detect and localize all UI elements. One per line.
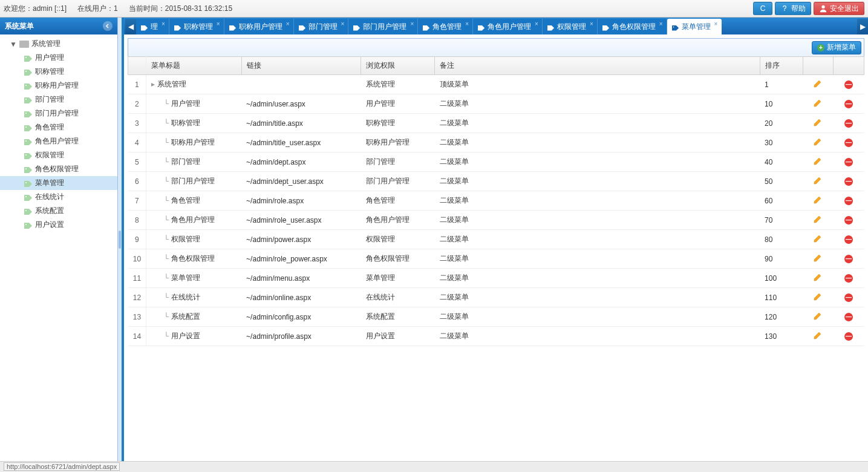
delete-icon[interactable]: — [844, 100, 853, 108]
tree-toggle-icon[interactable]: ▼ [10, 40, 17, 48]
delete-icon[interactable]: — [844, 332, 853, 341]
close-icon[interactable]: × [286, 21, 290, 27]
tab-scroll-left[interactable]: ◀ [125, 19, 136, 34]
table-row[interactable]: 12 └在线统计 ~/admin/online.aspx 在线统计 二级菜单 1… [128, 288, 864, 307]
edit-icon[interactable] [813, 234, 823, 243]
table-row[interactable]: 14 └用户设置 ~/admin/profile.aspx 用户设置 二级菜单 … [128, 327, 864, 346]
delete-icon[interactable]: — [844, 119, 853, 128]
sidebar-item[interactable]: 角色管理 [0, 120, 117, 134]
cell-link: ~/admin/dept.aspx [241, 152, 361, 172]
close-icon[interactable]: × [535, 21, 538, 27]
sidebar-item[interactable]: 角色权限管理 [0, 162, 117, 176]
edit-icon[interactable] [813, 156, 823, 166]
table-row[interactable]: 13 └系统配置 ~/admin/config.aspx 系统配置 二级菜单 1… [128, 307, 864, 327]
cell-title: └部门用户管理 [146, 172, 241, 191]
edit-icon[interactable] [813, 137, 823, 146]
cell-remark: 二级菜单 [435, 230, 760, 249]
sidebar-item[interactable]: 权限管理 [0, 148, 117, 162]
col-title[interactable]: 菜单标题 [146, 57, 241, 75]
edit-icon[interactable] [813, 330, 823, 340]
delete-icon[interactable]: — [844, 255, 853, 263]
sidebar-item[interactable]: 职称用户管理 [0, 79, 117, 93]
tab-label: 权限管理 [557, 22, 586, 32]
tab[interactable]: 角色用户管理× [473, 19, 543, 34]
edit-icon[interactable] [813, 79, 823, 88]
edit-icon[interactable] [813, 272, 823, 282]
delete-icon[interactable]: — [844, 158, 853, 166]
tab[interactable]: 理× [136, 19, 169, 34]
tab[interactable]: 职称用户管理× [224, 19, 294, 34]
table-row[interactable]: 6 └部门用户管理 ~/admin/dept_user.aspx 部门用户管理 … [128, 172, 864, 191]
edit-icon[interactable] [813, 98, 823, 108]
sidebar-item[interactable]: 系统配置 [0, 204, 117, 218]
table-row[interactable]: 2 └用户管理 ~/admin/user.aspx 用户管理 二级菜单 10 — [128, 94, 864, 114]
table-row[interactable]: 7 └角色管理 ~/admin/role.aspx 角色管理 二级菜单 60 — [128, 191, 864, 211]
sidebar-item[interactable]: 角色用户管理 [0, 134, 117, 148]
edit-icon[interactable] [813, 253, 823, 263]
tab[interactable]: 部门管理× [294, 19, 349, 34]
table-row[interactable]: 9 └权限管理 ~/admin/power.aspx 权限管理 二级菜单 80 … [128, 230, 864, 249]
edit-icon[interactable] [813, 311, 823, 321]
tab[interactable]: 菜单管理× [667, 19, 722, 34]
col-sort[interactable]: 排序 [760, 57, 803, 75]
close-icon[interactable]: × [162, 21, 165, 27]
tag-icon [299, 24, 306, 30]
col-perm[interactable]: 浏览权限 [361, 57, 435, 75]
delete-icon[interactable]: — [844, 293, 853, 302]
sidebar-item[interactable]: 用户管理 [0, 51, 117, 65]
refresh-button[interactable]: C [753, 2, 772, 15]
cell-title: ▸系统管理 [146, 75, 241, 94]
tab[interactable]: 角色管理× [418, 19, 473, 34]
edit-icon[interactable] [813, 292, 823, 301]
edit-icon[interactable] [813, 117, 823, 127]
table-row[interactable]: 5 └部门管理 ~/admin/dept.aspx 部门管理 二级菜单 40 — [128, 152, 864, 172]
cell-perm: 职称管理 [361, 114, 435, 133]
delete-icon[interactable]: — [844, 197, 853, 205]
sidebar-item[interactable]: 菜单管理 [0, 176, 117, 190]
delete-icon[interactable]: — [844, 313, 853, 321]
cell-link [241, 75, 361, 94]
tab[interactable]: 部门用户管理× [348, 19, 418, 34]
close-icon[interactable]: × [714, 21, 718, 27]
tab[interactable]: 角色权限管理× [598, 19, 667, 34]
collapse-icon[interactable] [103, 21, 113, 31]
close-icon[interactable]: × [341, 21, 345, 27]
close-icon[interactable]: × [590, 21, 593, 27]
close-icon[interactable]: × [410, 21, 414, 27]
delete-icon[interactable]: — [844, 235, 853, 244]
edit-icon[interactable] [813, 214, 823, 224]
edit-icon[interactable] [813, 175, 823, 185]
delete-icon[interactable]: — [844, 177, 853, 186]
col-link[interactable]: 链接 [241, 57, 361, 75]
table-row[interactable]: 1 ▸系统管理 系统管理 顶级菜单 1 — [128, 75, 864, 94]
delete-icon[interactable]: — [844, 80, 853, 89]
logout-button[interactable]: 安全退出 [814, 2, 864, 15]
table-row[interactable]: 4 └职称用户管理 ~/admin/title_user.aspx 职称用户管理… [128, 133, 864, 152]
table-row[interactable]: 11 └菜单管理 ~/admin/menu.aspx 菜单管理 二级菜单 100… [128, 269, 864, 288]
delete-icon[interactable]: — [844, 274, 853, 283]
tab-scroll-right[interactable]: ▶ [857, 19, 868, 34]
close-icon[interactable]: × [217, 21, 220, 27]
table-row[interactable]: 3 └职称管理 ~/admin/title.aspx 职称管理 二级菜单 20 … [128, 114, 864, 133]
tree-root[interactable]: ▼ 系统管理 [0, 37, 117, 51]
cell-perm: 角色管理 [361, 191, 435, 211]
tab[interactable]: 权限管理× [543, 19, 598, 34]
close-icon[interactable]: × [659, 21, 663, 27]
cell-sort: 60 [760, 191, 803, 211]
sidebar-item[interactable]: 职称管理 [0, 65, 117, 79]
edit-icon[interactable] [813, 195, 823, 205]
add-menu-button[interactable]: + 新增菜单 [812, 41, 861, 54]
table-row[interactable]: 8 └角色用户管理 ~/admin/role_user.aspx 角色用户管理 … [128, 211, 864, 230]
delete-icon[interactable]: — [844, 216, 853, 225]
sidebar-item[interactable]: 部门管理 [0, 93, 117, 107]
table-row[interactable]: 10 └角色权限管理 ~/admin/role_power.aspx 角色权限管… [128, 249, 864, 269]
sidebar-item[interactable]: 部门用户管理 [0, 107, 117, 120]
tab[interactable]: 职称管理× [169, 19, 224, 34]
col-remark[interactable]: 备注 [435, 57, 760, 75]
sidebar-item[interactable]: 在线统计 [0, 190, 117, 204]
help-button[interactable]: ? 帮助 [775, 2, 811, 15]
cell-sort: 70 [760, 211, 803, 230]
delete-icon[interactable]: — [844, 139, 853, 147]
close-icon[interactable]: × [465, 21, 469, 27]
sidebar-item[interactable]: 用户设置 [0, 218, 117, 232]
